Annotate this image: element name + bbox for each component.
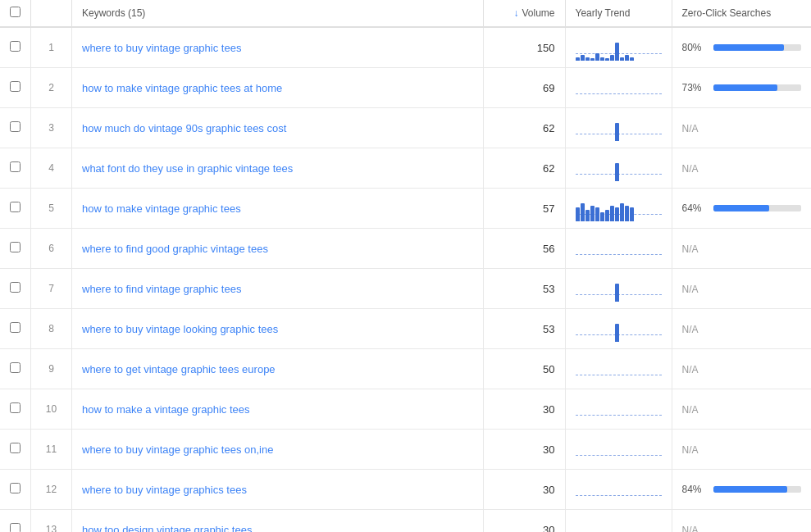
zeroclk-na-label: N/A <box>682 404 699 416</box>
trend-baseline <box>576 174 662 175</box>
trend-bar-segment <box>581 55 585 61</box>
trend-chart <box>576 436 662 462</box>
row-checkbox-cell <box>0 470 31 510</box>
zeroclk-bar-container: 80% <box>682 42 802 53</box>
trend-chart <box>576 235 662 261</box>
table-row: 5how to make vintage graphic tees5764% <box>0 189 811 229</box>
trend-baseline <box>576 375 662 375</box>
row-checkbox[interactable] <box>10 81 21 92</box>
trend-baseline <box>576 294 662 295</box>
row-trend <box>565 389 672 430</box>
row-checkbox[interactable] <box>10 402 21 413</box>
volume-value: 150 <box>494 42 555 54</box>
table-row: 13how too design vintage graphic tees30N… <box>0 510 811 533</box>
num-header <box>31 0 72 27</box>
trend-chart <box>576 115 662 141</box>
keyword-link[interactable]: how much do vintage 90s graphic tees cos… <box>82 122 286 134</box>
table-row: 11where to buy vintage graphic tees on,i… <box>0 430 811 470</box>
trend-chart <box>576 34 662 61</box>
table-row: 7where to find vintage graphic tees53N/A <box>0 269 811 309</box>
keyword-link[interactable]: how to make a vintage graphic tees <box>82 403 250 416</box>
trend-bar-segment <box>600 57 604 61</box>
row-volume: 53 <box>483 269 565 309</box>
keyword-link[interactable]: where to buy vintage graphic tees on,ine <box>82 443 273 456</box>
row-checkbox[interactable] <box>10 443 21 453</box>
trend-chart <box>576 476 662 502</box>
keyword-link[interactable]: where to find vintage graphic tees <box>82 283 241 295</box>
row-num: 13 <box>31 510 72 533</box>
trend-bar-segment <box>620 57 624 61</box>
zeroclk-bar-container: 73% <box>682 82 802 93</box>
row-checkbox[interactable] <box>10 362 21 373</box>
row-zeroclk: N/A <box>672 309 811 349</box>
trend-baseline <box>576 53 662 54</box>
row-trend <box>565 349 672 389</box>
trend-chart <box>576 356 662 382</box>
zeroclk-header: Zero-Click Searches <box>672 0 811 27</box>
select-all-header <box>0 0 31 27</box>
volume-value: 56 <box>494 243 555 255</box>
select-all-checkbox[interactable] <box>10 7 21 17</box>
table-row: 10how to make a vintage graphic tees30N/… <box>0 389 811 430</box>
table-row: 9where to get vintage graphic tees europ… <box>0 349 811 389</box>
row-checkbox-cell <box>0 430 31 470</box>
keyword-link[interactable]: how to make vintage graphic tees at home <box>82 82 282 94</box>
trend-bar-segment <box>620 203 624 221</box>
trend-bar-segment <box>595 53 599 61</box>
row-volume: 30 <box>483 470 565 510</box>
row-trend <box>565 189 672 229</box>
zeroclk-na-label: N/A <box>682 364 699 375</box>
row-checkbox[interactable] <box>10 483 21 493</box>
row-checkbox-cell <box>0 108 31 148</box>
row-checkbox[interactable] <box>10 121 21 132</box>
row-zeroclk: N/A <box>672 148 811 189</box>
zeroclk-header-label: Zero-Click Searches <box>682 7 772 19</box>
row-checkbox[interactable] <box>10 242 21 252</box>
keyword-link[interactable]: what font do they use in graphic vintage… <box>82 162 293 175</box>
volume-value: 30 <box>494 403 555 416</box>
zeroclk-na-label: N/A <box>682 243 699 255</box>
trend-baseline <box>576 415 662 416</box>
row-volume: 69 <box>483 68 565 108</box>
row-volume: 150 <box>483 27 565 68</box>
trend-chart <box>576 316 662 342</box>
row-checkbox-cell <box>0 148 31 189</box>
trend-bar-segment <box>615 284 619 302</box>
zeroclk-bar-bg <box>713 44 802 51</box>
row-num: 5 <box>31 189 72 229</box>
row-zeroclk: N/A <box>672 349 811 389</box>
row-trend <box>565 68 672 108</box>
row-checkbox[interactable] <box>10 202 21 212</box>
volume-header[interactable]: ↓Volume <box>483 0 565 27</box>
keyword-link[interactable]: where to buy vintage graphic tees <box>82 42 241 54</box>
zeroclk-bar-fill <box>713 84 777 91</box>
volume-value: 30 <box>494 443 555 456</box>
zeroclk-bar-container: 84% <box>682 484 802 495</box>
row-keyword-cell: where to get vintage graphic tees europe <box>72 349 484 389</box>
trend-chart <box>576 396 662 422</box>
row-checkbox-cell <box>0 389 31 430</box>
trend-bar-segment <box>615 324 619 342</box>
row-trend <box>565 430 672 470</box>
keyword-link[interactable]: how to make vintage graphic tees <box>82 202 241 215</box>
row-checkbox[interactable] <box>10 282 21 293</box>
keyword-link[interactable]: how too design vintage graphic tees <box>82 524 252 533</box>
row-checkbox[interactable] <box>10 322 21 333</box>
row-keyword-cell: how too design vintage graphic tees <box>72 510 484 533</box>
row-keyword-cell: where to buy vintage graphic tees on,ine <box>72 430 484 470</box>
row-volume: 62 <box>483 108 565 148</box>
trend-chart <box>576 195 662 221</box>
trend-bar-segment <box>615 43 619 61</box>
keyword-link[interactable]: where to buy vintage graphics tees <box>82 484 247 496</box>
keyword-link[interactable]: where to buy vintage looking graphic tee… <box>82 323 278 335</box>
row-trend <box>565 108 672 148</box>
row-volume: 30 <box>483 510 565 533</box>
row-checkbox[interactable] <box>10 41 21 52</box>
keyword-link[interactable]: where to get vintage graphic tees europe <box>82 363 276 375</box>
row-volume: 57 <box>483 189 565 229</box>
row-checkbox-cell <box>0 269 31 309</box>
keyword-link[interactable]: where to find good graphic vintage tees <box>82 243 268 255</box>
row-checkbox[interactable] <box>10 523 21 532</box>
row-checkbox[interactable] <box>10 161 21 172</box>
table-row: 1where to buy vintage graphic tees15080% <box>0 27 811 68</box>
